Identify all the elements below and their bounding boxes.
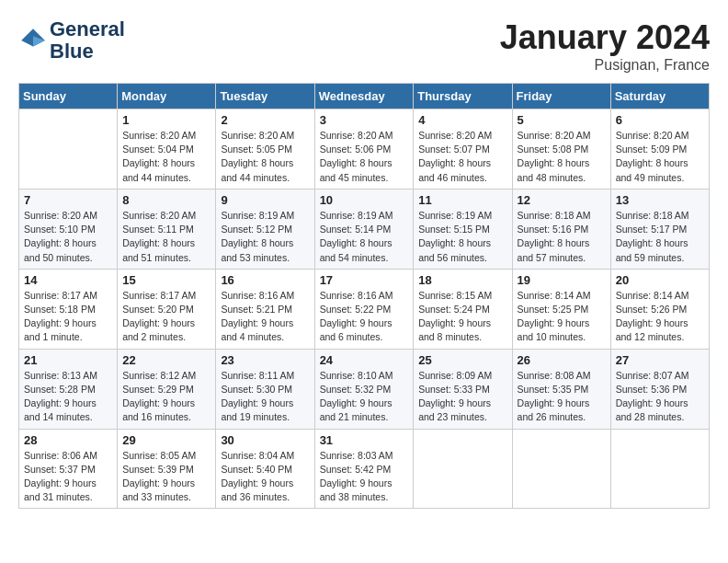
calendar-cell: 7Sunrise: 8:20 AM Sunset: 5:10 PM Daylig… [19,189,118,269]
day-number: 19 [518,273,606,287]
calendar-cell: 22Sunrise: 8:12 AM Sunset: 5:29 PM Dayli… [118,349,216,429]
calendar-header-row: SundayMondayTuesdayWednesdayThursdayFrid… [19,84,710,109]
calendar-cell: 3Sunrise: 8:20 AM Sunset: 5:06 PM Daylig… [314,109,414,190]
month-title: January 2024 [500,18,710,57]
day-number: 30 [221,433,309,447]
location: Pusignan, France [500,57,710,74]
day-info: Sunrise: 8:20 AM Sunset: 5:07 PM Dayligh… [418,129,506,185]
day-of-week-header: Sunday [19,84,118,109]
day-number: 1 [122,113,210,127]
page-header: General Blue January 2024 Pusignan, Fran… [18,18,710,74]
day-info: Sunrise: 8:13 AM Sunset: 5:28 PM Dayligh… [24,369,112,425]
day-info: Sunrise: 8:10 AM Sunset: 5:32 PM Dayligh… [320,369,409,425]
day-number: 5 [518,113,606,127]
day-info: Sunrise: 8:18 AM Sunset: 5:16 PM Dayligh… [518,209,606,265]
day-number: 12 [518,193,606,207]
day-number: 29 [122,433,210,447]
calendar-cell [610,429,709,509]
day-info: Sunrise: 8:12 AM Sunset: 5:29 PM Dayligh… [122,369,210,425]
day-of-week-header: Friday [512,84,610,109]
calendar-cell: 6Sunrise: 8:20 AM Sunset: 5:09 PM Daylig… [610,109,709,190]
calendar-cell [19,109,118,190]
calendar-cell: 30Sunrise: 8:04 AM Sunset: 5:40 PM Dayli… [216,429,314,509]
day-number: 16 [221,273,309,287]
day-number: 3 [320,113,409,127]
day-info: Sunrise: 8:19 AM Sunset: 5:14 PM Dayligh… [320,209,409,265]
day-info: Sunrise: 8:20 AM Sunset: 5:09 PM Dayligh… [616,129,704,185]
calendar-cell: 24Sunrise: 8:10 AM Sunset: 5:32 PM Dayli… [314,349,414,429]
day-info: Sunrise: 8:20 AM Sunset: 5:05 PM Dayligh… [221,129,309,185]
day-number: 13 [616,193,704,207]
day-number: 14 [24,273,112,287]
day-info: Sunrise: 8:08 AM Sunset: 5:35 PM Dayligh… [518,369,606,425]
day-of-week-header: Monday [118,84,216,109]
calendar-week-row: 7Sunrise: 8:20 AM Sunset: 5:10 PM Daylig… [19,189,710,269]
day-info: Sunrise: 8:20 AM Sunset: 5:10 PM Dayligh… [24,209,112,265]
day-number: 31 [320,433,409,447]
day-number: 28 [24,433,112,447]
calendar-cell: 13Sunrise: 8:18 AM Sunset: 5:17 PM Dayli… [610,189,709,269]
day-of-week-header: Thursday [414,84,512,109]
day-number: 22 [122,353,210,367]
day-of-week-header: Wednesday [314,84,414,109]
day-info: Sunrise: 8:20 AM Sunset: 5:04 PM Dayligh… [122,129,210,185]
calendar-cell: 26Sunrise: 8:08 AM Sunset: 5:35 PM Dayli… [512,349,610,429]
day-number: 26 [518,353,606,367]
calendar-week-row: 21Sunrise: 8:13 AM Sunset: 5:28 PM Dayli… [19,349,710,429]
calendar-cell: 16Sunrise: 8:16 AM Sunset: 5:21 PM Dayli… [216,269,314,349]
calendar-cell: 1Sunrise: 8:20 AM Sunset: 5:04 PM Daylig… [118,109,216,190]
calendar-cell: 17Sunrise: 8:16 AM Sunset: 5:22 PM Dayli… [314,269,414,349]
day-info: Sunrise: 8:14 AM Sunset: 5:25 PM Dayligh… [518,289,606,345]
calendar-week-row: 14Sunrise: 8:17 AM Sunset: 5:18 PM Dayli… [19,269,710,349]
day-info: Sunrise: 8:16 AM Sunset: 5:21 PM Dayligh… [221,289,309,345]
calendar-cell [512,429,610,509]
day-number: 27 [616,353,704,367]
day-of-week-header: Saturday [610,84,709,109]
day-number: 23 [221,353,309,367]
day-info: Sunrise: 8:19 AM Sunset: 5:12 PM Dayligh… [221,209,309,265]
day-number: 24 [320,353,409,367]
day-info: Sunrise: 8:20 AM Sunset: 5:06 PM Dayligh… [320,129,409,185]
day-info: Sunrise: 8:20 AM Sunset: 5:08 PM Dayligh… [518,129,606,185]
day-info: Sunrise: 8:17 AM Sunset: 5:18 PM Dayligh… [24,289,112,345]
day-number: 7 [24,193,112,207]
logo: General Blue [18,18,125,63]
day-number: 8 [122,193,210,207]
day-info: Sunrise: 8:09 AM Sunset: 5:33 PM Dayligh… [418,369,506,425]
calendar-cell: 21Sunrise: 8:13 AM Sunset: 5:28 PM Dayli… [19,349,118,429]
calendar-cell: 12Sunrise: 8:18 AM Sunset: 5:16 PM Dayli… [512,189,610,269]
day-number: 10 [320,193,409,207]
day-number: 9 [221,193,309,207]
calendar-cell: 28Sunrise: 8:06 AM Sunset: 5:37 PM Dayli… [19,429,118,509]
logo-line2: Blue [50,40,125,63]
day-info: Sunrise: 8:20 AM Sunset: 5:11 PM Dayligh… [122,209,210,265]
calendar-cell [414,429,512,509]
day-number: 11 [418,193,506,207]
day-info: Sunrise: 8:06 AM Sunset: 5:37 PM Dayligh… [24,449,112,505]
logo-line1: General [50,18,125,40]
calendar-cell: 31Sunrise: 8:03 AM Sunset: 5:42 PM Dayli… [314,429,414,509]
day-info: Sunrise: 8:05 AM Sunset: 5:39 PM Dayligh… [122,449,210,505]
calendar-cell: 5Sunrise: 8:20 AM Sunset: 5:08 PM Daylig… [512,109,610,190]
day-info: Sunrise: 8:14 AM Sunset: 5:26 PM Dayligh… [616,289,704,345]
calendar-week-row: 28Sunrise: 8:06 AM Sunset: 5:37 PM Dayli… [19,429,710,509]
day-info: Sunrise: 8:16 AM Sunset: 5:22 PM Dayligh… [320,289,409,345]
day-info: Sunrise: 8:17 AM Sunset: 5:20 PM Dayligh… [122,289,210,345]
calendar-cell: 8Sunrise: 8:20 AM Sunset: 5:11 PM Daylig… [118,189,216,269]
calendar-cell: 18Sunrise: 8:15 AM Sunset: 5:24 PM Dayli… [414,269,512,349]
day-info: Sunrise: 8:11 AM Sunset: 5:30 PM Dayligh… [221,369,309,425]
calendar-cell: 23Sunrise: 8:11 AM Sunset: 5:30 PM Dayli… [216,349,314,429]
day-number: 17 [320,273,409,287]
calendar-cell: 11Sunrise: 8:19 AM Sunset: 5:15 PM Dayli… [414,189,512,269]
calendar-cell: 25Sunrise: 8:09 AM Sunset: 5:33 PM Dayli… [414,349,512,429]
day-of-week-header: Tuesday [216,84,314,109]
day-number: 2 [221,113,309,127]
day-number: 15 [122,273,210,287]
calendar-cell: 4Sunrise: 8:20 AM Sunset: 5:07 PM Daylig… [414,109,512,190]
day-number: 6 [616,113,704,127]
day-info: Sunrise: 8:18 AM Sunset: 5:17 PM Dayligh… [616,209,704,265]
title-block: January 2024 Pusignan, France [500,18,710,74]
day-info: Sunrise: 8:04 AM Sunset: 5:40 PM Dayligh… [221,449,309,505]
logo-icon [18,26,48,55]
day-number: 4 [418,113,506,127]
